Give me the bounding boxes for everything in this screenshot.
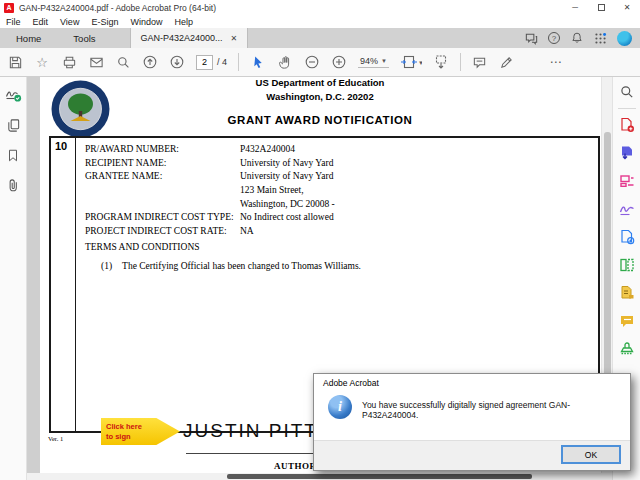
- minimize-icon[interactable]: ─: [562, 0, 588, 15]
- zoom-out-icon[interactable]: [304, 54, 320, 70]
- svg-text:▼: ▼: [418, 60, 422, 66]
- e-sign-icon[interactable]: [619, 201, 635, 217]
- window-controls: ─ ✕: [562, 0, 640, 15]
- star-icon[interactable]: ☆: [34, 54, 50, 70]
- window-title: GAN-P432A240004.pdf - Adobe Acrobat Pro …: [19, 3, 216, 13]
- menu-help[interactable]: Help: [168, 17, 199, 27]
- more-tools-icon[interactable]: ⋯: [548, 54, 564, 70]
- bell-icon[interactable]: [569, 31, 584, 46]
- field-row: RECIPIENT NAME: University of Navy Yard: [85, 156, 335, 170]
- edit-pdf-icon[interactable]: [619, 173, 635, 189]
- title-bar: A GAN-P432A240004.pdf - Adobe Acrobat Pr…: [0, 0, 640, 15]
- tab-bar: Home Tools GAN-P432A24000... ✕ ?: [0, 28, 640, 48]
- document-header: US Department of Education Washington, D…: [155, 77, 485, 126]
- zoom-level-value: 94%: [360, 56, 378, 66]
- menu-view[interactable]: View: [54, 17, 85, 27]
- create-pdf-icon[interactable]: [619, 117, 635, 133]
- search-icon[interactable]: [115, 54, 131, 70]
- tab-home[interactable]: Home: [0, 28, 57, 48]
- tab-close-icon[interactable]: ✕: [231, 34, 238, 43]
- email-icon[interactable]: [88, 54, 104, 70]
- click-to-sign-tag[interactable]: Click here to sign: [101, 418, 180, 445]
- terms-heading: TERMS AND CONDITIONS: [85, 242, 200, 252]
- doc-title: GRANT AWARD NOTIFICATION: [155, 114, 485, 126]
- page-total-label: / 4: [217, 57, 227, 67]
- apps-grid-icon[interactable]: [593, 31, 608, 46]
- menu-bar: File Edit View E-Sign Window Help: [0, 15, 640, 28]
- feedback-icon[interactable]: [524, 31, 539, 46]
- department-of-education-seal: [50, 80, 111, 138]
- page-thumbnails-icon[interactable]: [6, 118, 21, 133]
- tab-document-label: GAN-P432A24000...: [141, 33, 223, 43]
- chevron-down-icon: ▼: [381, 58, 387, 64]
- field-row: Washington, DC 20008 -: [85, 197, 335, 211]
- page-navigation: / 4: [196, 55, 227, 70]
- tab-tools[interactable]: Tools: [57, 28, 111, 48]
- terms-item-text: The Certifying Official has been changed…: [122, 261, 361, 271]
- terms-item-number: (1): [101, 261, 112, 271]
- tabbar-right-icons: ?: [524, 28, 640, 48]
- menu-esign[interactable]: E-Sign: [85, 17, 124, 27]
- acrobat-app-icon: A: [4, 3, 14, 13]
- field-row: 123 Main Street,: [85, 183, 335, 197]
- menu-window[interactable]: Window: [124, 17, 168, 27]
- info-icon: i: [328, 395, 352, 419]
- organize-pages-icon[interactable]: [619, 257, 635, 273]
- page-comment-icon[interactable]: [619, 285, 635, 301]
- doc-header-line1: US Department of Education: [155, 77, 485, 88]
- horizontal-scrollbar[interactable]: [27, 473, 612, 480]
- maximize-icon[interactable]: [588, 0, 614, 15]
- fill-sign-icon[interactable]: [619, 229, 635, 245]
- vertical-scrollbar-thumb[interactable]: [604, 132, 611, 382]
- ok-button[interactable]: OK: [561, 445, 621, 464]
- field-row: GRANTEE NAME: University of Navy Yard: [85, 169, 335, 183]
- help-icon[interactable]: ?: [548, 32, 560, 44]
- dialog-title: Adobe Acrobat: [323, 378, 379, 388]
- account-avatar[interactable]: [617, 31, 632, 46]
- zoom-level-control[interactable]: 94% ▼: [358, 56, 389, 68]
- field-row: PR/AWARD NUMBER: P432A240004: [85, 142, 335, 156]
- bookmarks-icon[interactable]: [6, 148, 20, 163]
- dialog-message: You have successfully digitally signed a…: [362, 400, 620, 420]
- stamp-icon[interactable]: [619, 341, 635, 357]
- version-label: Ver. 1: [48, 435, 63, 442]
- left-panel-rail: [0, 77, 27, 480]
- highlighter-icon[interactable]: [499, 54, 515, 70]
- horizontal-scrollbar-thumb[interactable]: [227, 474, 532, 479]
- save-icon[interactable]: [7, 54, 23, 70]
- page-scroll-icon[interactable]: [433, 54, 449, 70]
- doc-header-line2: Washington, D.C. 20202: [155, 91, 485, 102]
- main-toolbar: ☆ / 4: [0, 48, 640, 77]
- hand-tool-icon[interactable]: [277, 54, 293, 70]
- attachments-icon[interactable]: [6, 178, 21, 193]
- next-page-icon[interactable]: [169, 54, 185, 70]
- terms-item: (1) The Certifying Official has been cha…: [101, 261, 361, 271]
- field-row: PROJECT INDIRECT COST RATE: NA: [85, 224, 335, 238]
- menu-edit[interactable]: Edit: [27, 17, 55, 27]
- export-pdf-icon[interactable]: [619, 145, 635, 161]
- block-number: 10: [55, 140, 67, 152]
- zoom-in-icon[interactable]: [331, 54, 347, 70]
- page-number-input[interactable]: [196, 55, 213, 70]
- signature-name[interactable]: JUSTIN PITT: [183, 420, 318, 442]
- comment-icon[interactable]: [472, 54, 488, 70]
- select-cursor-icon[interactable]: [250, 54, 266, 70]
- tab-document[interactable]: GAN-P432A24000... ✕: [130, 28, 249, 48]
- print-icon[interactable]: [61, 54, 77, 70]
- menu-file[interactable]: File: [0, 17, 27, 27]
- fit-width-icon[interactable]: ▼: [400, 54, 422, 70]
- signature-verified-icon[interactable]: [5, 86, 22, 103]
- close-icon[interactable]: ✕: [614, 0, 640, 15]
- search-icon[interactable]: [619, 84, 635, 100]
- award-fields: PR/AWARD NUMBER: P432A240004 RECIPIENT N…: [85, 142, 335, 238]
- chat-comment-icon[interactable]: [619, 313, 635, 329]
- previous-page-icon[interactable]: [142, 54, 158, 70]
- adobe-acrobat-dialog: Adobe Acrobat i You have successfully di…: [313, 373, 631, 471]
- field-row: PROGRAM INDIRECT COST TYPE: No Indirect …: [85, 210, 335, 224]
